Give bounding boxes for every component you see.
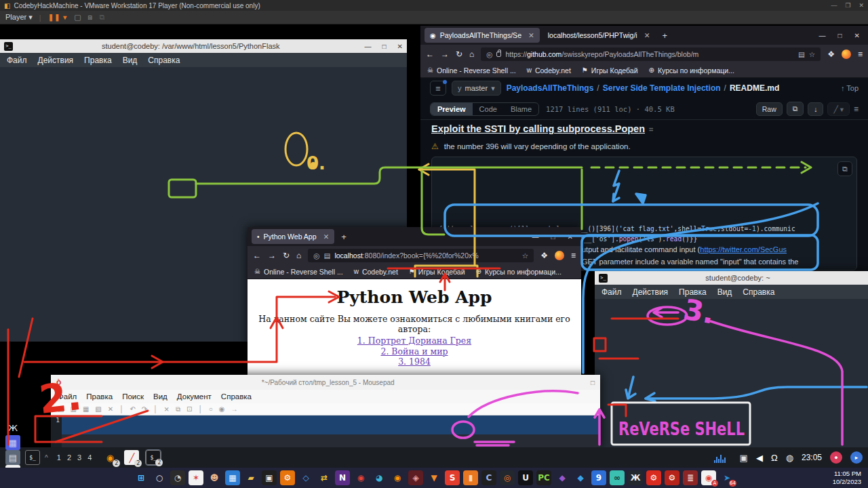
bookmark-item[interactable]: ⊕ Курсы по информаци... <box>476 268 561 276</box>
unreal-icon[interactable]: U <box>518 470 533 485</box>
vmware-maximize-button[interactable]: ❐ <box>845 2 850 9</box>
notes-app-icon[interactable]: ▣ <box>262 470 277 485</box>
menu-item[interactable]: Файл <box>601 287 622 297</box>
workspace-switcher[interactable]: 1 2 3 4 <box>57 453 94 462</box>
terminal-launcher-icon[interactable]: $_ <box>25 450 40 465</box>
reload-button[interactable]: ↻ <box>456 49 462 59</box>
bookmark-item[interactable]: ⚑ Игры Кодебай <box>409 268 465 276</box>
separator[interactable]: │ <box>198 405 202 413</box>
panel-expand-icon[interactable]: ^ <box>45 454 48 462</box>
minimize-button[interactable]: — <box>365 43 372 50</box>
close-file-icon[interactable]: ✕ <box>108 405 113 413</box>
menu-item[interactable]: Документ <box>177 392 212 401</box>
file-manager-icon[interactable]: ▤ <box>5 450 20 465</box>
outline-icon[interactable]: ≡ <box>854 104 859 114</box>
undo-icon[interactable]: ↶ <box>130 405 135 413</box>
menu-item[interactable]: Поиск <box>122 392 144 401</box>
avatar-app-icon[interactable]: ☻ <box>207 470 222 485</box>
logout-icon[interactable]: ▸ <box>850 451 863 464</box>
tab-close-icon[interactable]: ✕ <box>323 232 330 241</box>
branch-selector[interactable]: ymaster▾ <box>452 81 501 96</box>
menu-item[interactable]: Вид <box>153 392 167 401</box>
vmware-devices-icon[interactable]: ▢ <box>74 13 81 22</box>
hub-app-icon[interactable]: ✶ <box>189 470 203 485</box>
teal-app-icon[interactable]: ∞ <box>610 470 625 485</box>
save-icon[interactable]: ▦ <box>83 405 89 413</box>
extensions-icon[interactable]: ❖ <box>827 49 835 59</box>
menu-item[interactable]: Справка <box>743 287 774 297</box>
bookmark-item[interactable]: ☠ Online - Reverse Shell ... <box>427 66 516 75</box>
menu-icon[interactable]: ≡ <box>858 49 863 59</box>
resolve-app-icon[interactable]: ◈ <box>408 470 423 485</box>
separator[interactable]: │ <box>119 405 123 413</box>
window-switch-icon[interactable]: ▣ <box>740 453 748 463</box>
home-button[interactable]: ⌂ <box>296 251 301 260</box>
vscode-icon[interactable]: ◆ <box>573 470 588 485</box>
terminal-flask-titlebar[interactable]: >_ student@codeby: /var/www/html/lesson5… <box>0 39 407 53</box>
red-tool-icon[interactable]: ⚙ <box>646 470 661 485</box>
raw-button[interactable]: Raw <box>756 102 783 116</box>
vmware-close-button[interactable]: ✕ <box>859 2 864 9</box>
profile-avatar[interactable] <box>842 49 851 59</box>
start-button[interactable]: ⊞ <box>134 470 149 485</box>
menu-item[interactable]: Действия <box>38 56 74 65</box>
replace-icon[interactable]: ◉ <box>219 405 225 413</box>
menu-item[interactable]: Правка <box>679 287 707 297</box>
menu-item[interactable]: Правка <box>86 392 113 401</box>
visual-studio-icon[interactable]: ◆ <box>555 470 570 485</box>
remote-app-icon[interactable]: ➤64 <box>719 470 734 485</box>
copy-code-icon[interactable]: ⧉ <box>837 161 852 176</box>
tab-close-icon[interactable]: ✕ <box>644 31 650 39</box>
maximize-button[interactable]: □ <box>591 379 595 386</box>
vmware-pause-button[interactable]: ❚❚ ▾ <box>48 14 68 21</box>
windows-clock[interactable]: 11:05 PM 10/2/2023 <box>833 470 861 486</box>
find-icon[interactable]: ○ <box>209 405 213 413</box>
blender-icon[interactable]: ◎ <box>500 470 515 485</box>
open-file-icon[interactable]: ▥ <box>70 405 76 413</box>
breadcrumb-folder[interactable]: Server Side Template Injection <box>603 83 721 93</box>
breadcrumb-repo[interactable]: PayloadsAllTheThings <box>507 83 594 93</box>
back-button[interactable]: ← <box>253 251 261 260</box>
kali-app-icon[interactable]: Ж <box>628 470 643 485</box>
firefox-taskbar-icon[interactable]: ◉ <box>390 470 405 485</box>
url-bar[interactable]: ◎ ▤ localhost:8080/index?book={%%20for%2… <box>308 249 534 262</box>
edge-icon[interactable]: ◕ <box>372 470 387 485</box>
cpu-graph[interactable] <box>714 452 732 463</box>
maximize-button[interactable]: □ <box>382 43 387 50</box>
copy-icon[interactable]: ⧉ <box>176 405 180 413</box>
view-tab[interactable]: Blame <box>504 103 538 115</box>
back-button[interactable]: ← <box>426 49 434 59</box>
minimize-button[interactable]: — <box>819 32 826 39</box>
vmware-player-menu[interactable]: Player ▾ <box>5 13 33 22</box>
file-explorer-icon[interactable]: ▰ <box>243 470 258 485</box>
minimize-button[interactable]: — <box>532 233 539 241</box>
app-grid-icon[interactable]: ▦ <box>5 435 20 450</box>
kali-clock[interactable]: 23:05 <box>802 453 822 462</box>
mousepad-text-area[interactable]: 1 {% for x in ().__class__.__base__.__su… <box>51 415 600 447</box>
close-button[interactable]: ✕ <box>854 32 860 39</box>
book-link[interactable]: 1. Портрет Дориана Грея <box>248 336 581 346</box>
file-tree-toggle-icon[interactable]: ≣ <box>430 81 446 96</box>
home-button[interactable]: ⌂ <box>469 49 474 59</box>
menu-item[interactable]: Справка <box>148 56 180 65</box>
tab-payloadsallthethings[interactable]: ◉ PayloadsAllTheThings/Se ✕ <box>425 28 540 43</box>
taskbar-mousepad[interactable]: ╱2 <box>124 450 139 465</box>
shottr-app-icon[interactable]: S <box>445 470 460 485</box>
power-icon[interactable]: ◍ <box>786 453 793 463</box>
paste-icon[interactable]: ⊡ <box>186 405 192 413</box>
search-icon[interactable]: ○ <box>152 470 167 485</box>
heading-subprocess-popen[interactable]: Exploit the SSTI by calling subprocess.P… <box>431 123 645 134</box>
reload-button[interactable]: ↻ <box>283 251 290 260</box>
menu-item[interactable]: Вид <box>123 56 138 65</box>
bookmark-star-icon[interactable]: ☆ <box>809 50 815 58</box>
edit-pencil-icon[interactable]: ╱ ▾ <box>827 102 850 116</box>
bookmark-item[interactable]: w Codeby.net <box>527 66 571 75</box>
extensions-icon[interactable]: ❖ <box>540 251 548 260</box>
new-file-icon[interactable]: ▤ <box>58 405 64 413</box>
toolbox-icon[interactable]: ≣ <box>683 470 698 485</box>
save-as-icon[interactable]: ▧ <box>95 405 101 413</box>
forward-button[interactable]: → <box>268 251 276 260</box>
url-bar[interactable]: ◎ https://github.com/swisskyrepo/Payload… <box>481 47 821 61</box>
bookmark-item[interactable]: ☠ Online - Reverse Shell ... <box>254 268 343 276</box>
cut-icon[interactable]: ⨯ <box>163 405 169 413</box>
